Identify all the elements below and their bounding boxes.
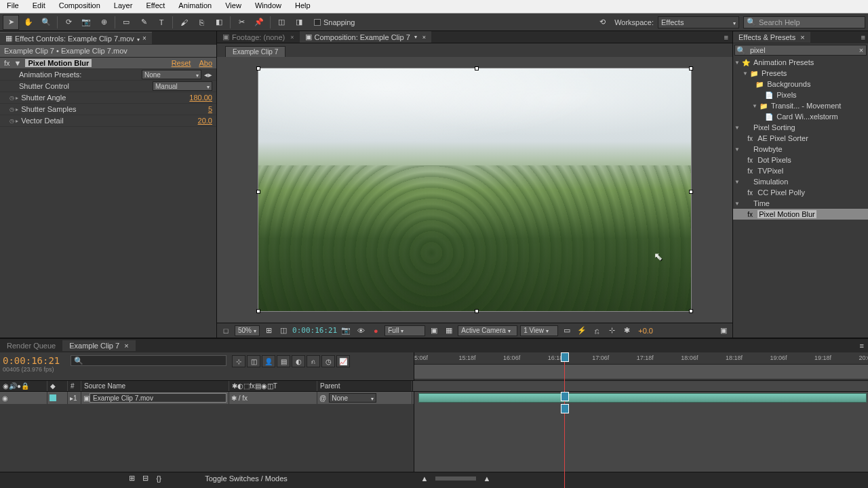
zoom-tool-icon[interactable]: 🔍: [38, 15, 54, 30]
render-queue-tab[interactable]: Render Queue: [0, 340, 62, 351]
close-icon[interactable]: ×: [142, 35, 146, 42]
view-dropdown[interactable]: 1 View: [520, 325, 558, 336]
effects-search-input[interactable]: [747, 46, 856, 54]
handle-mr[interactable]: [689, 190, 693, 194]
handle-bc[interactable]: [475, 309, 479, 313]
pixel-aspect-icon[interactable]: ▭: [561, 325, 573, 336]
stopwatch-icon[interactable]: ◷ ▸: [9, 106, 18, 113]
about-link[interactable]: Abo: [199, 59, 212, 67]
toggle-brackets-icon[interactable]: {}: [153, 474, 164, 483]
hand-tool-icon[interactable]: ✋: [20, 15, 37, 30]
vector-detail-value[interactable]: 20.0: [198, 117, 212, 125]
layer-name[interactable]: Example Clip 7.mov: [90, 393, 226, 403]
layer-row[interactable]: ◉ ▸1 ▣ Example Clip 7.mov ✱ / fx @ None: [0, 392, 868, 404]
stopwatch-icon[interactable]: ◷ ▸: [9, 118, 18, 124]
composition-tab[interactable]: ▣ Composition: Example Clip 7 ×: [300, 31, 432, 43]
composition-canvas[interactable]: ⬉: [258, 68, 692, 312]
video-icon[interactable]: ◉: [3, 382, 9, 390]
handle-ml[interactable]: [256, 190, 260, 194]
footage-tab[interactable]: ▣ Footage: (none) ×: [217, 31, 300, 43]
frame-blend-icon[interactable]: ▤: [277, 355, 290, 367]
shutter-control-dropdown[interactable]: Manual: [153, 81, 212, 91]
rotation-tool-icon[interactable]: ⟳: [60, 15, 77, 30]
menu-composition[interactable]: Composition: [52, 0, 107, 13]
comp-sub-tab[interactable]: Example Clip 7: [225, 46, 285, 57]
toggle-switches-icon[interactable]: ⊞: [126, 474, 137, 483]
handle-tc[interactable]: [475, 66, 479, 70]
switch-icons[interactable]: ✱ / fx: [231, 394, 248, 402]
next-preset-icon[interactable]: ▸: [208, 70, 212, 79]
lock-icon[interactable]: 🔒: [21, 382, 29, 390]
handle-bl[interactable]: [256, 309, 260, 313]
effects-presets-tab[interactable]: Effects & Presets ×: [733, 32, 810, 43]
maximize-icon[interactable]: ▣: [717, 325, 730, 336]
timeline-search[interactable]: 🔍: [71, 355, 226, 366]
auto-keyframe-icon[interactable]: ◷: [321, 355, 335, 367]
tree-item[interactable]: ▼Pixel Sorting: [733, 122, 868, 133]
clip-bar[interactable]: [418, 393, 867, 403]
brush-tool-icon[interactable]: 🖌: [176, 15, 192, 30]
search-help-input[interactable]: 🔍 Search Help: [743, 16, 865, 28]
panel-menu-icon[interactable]: ≡: [861, 33, 868, 41]
label-color[interactable]: [50, 394, 56, 401]
zoom-dropdown[interactable]: 50%: [235, 325, 260, 336]
transparency-icon[interactable]: ▦: [443, 325, 455, 336]
reset-exposure-icon[interactable]: ✱: [620, 325, 633, 336]
comp-mini-flowchart-icon[interactable]: ⊹: [232, 355, 245, 367]
tree-item[interactable]: ▼Rowbyte: [733, 144, 868, 155]
layer-track[interactable]: [414, 392, 868, 404]
tree-item[interactable]: fxDot Pixels: [733, 155, 868, 165]
snapshot-icon[interactable]: 📷: [340, 325, 352, 336]
brainstorm-icon[interactable]: ⎌: [307, 355, 320, 367]
motion-blur-icon[interactable]: ◐: [292, 355, 305, 367]
puppet-tool-icon[interactable]: 📌: [251, 15, 267, 30]
timeline-icon[interactable]: ⎌: [591, 325, 603, 336]
toggle-switches-label[interactable]: Toggle Switches / Modes: [205, 474, 288, 483]
audio-icon[interactable]: 🔊: [9, 382, 17, 390]
tree-item[interactable]: fxPixel Motion Blur: [733, 209, 868, 220]
menu-animation[interactable]: Animation: [172, 0, 218, 13]
effects-search[interactable]: 🔍 ×: [734, 45, 867, 56]
effect-controls-tab[interactable]: ▦ Effect Controls: Example Clip 7.mov ×: [0, 32, 152, 44]
selection-tool-icon[interactable]: ➤: [3, 15, 19, 30]
always-preview-icon[interactable]: □: [220, 325, 232, 336]
menu-help[interactable]: Help: [288, 0, 317, 13]
source-name-col[interactable]: Source Name: [81, 381, 229, 391]
animation-presets-dropdown[interactable]: None: [142, 70, 201, 79]
tree-item[interactable]: ▼Time: [733, 198, 868, 209]
menu-file[interactable]: File: [0, 0, 26, 13]
align2-tool-icon[interactable]: ◨: [291, 15, 307, 30]
zoom-out-icon[interactable]: ▲: [419, 474, 430, 483]
effect-header[interactable]: fx ▼ Pixel Motion Blur Reset Abo: [0, 58, 216, 69]
menu-layer[interactable]: Layer: [107, 0, 140, 13]
panel-menu-icon[interactable]: ≡: [860, 342, 868, 350]
zoom-slider[interactable]: [435, 476, 476, 481]
mask-icon[interactable]: ◫: [277, 325, 290, 336]
handle-tl[interactable]: [256, 66, 260, 70]
expand-icon[interactable]: ▼: [14, 59, 22, 67]
tree-item[interactable]: fxAE Pixel Sorter: [733, 133, 868, 144]
timeline-timecode[interactable]: 0:00:16:21 00405 (23.976 fps): [0, 352, 68, 380]
menu-window[interactable]: Window: [248, 0, 288, 13]
fast-preview-icon[interactable]: ⚡: [576, 325, 588, 336]
handle-br[interactable]: [689, 309, 693, 313]
close-icon[interactable]: ×: [124, 342, 128, 350]
handle-tr[interactable]: [689, 66, 693, 70]
roi-icon[interactable]: ▣: [428, 325, 440, 336]
tree-item[interactable]: ▼📁Transit... - Movement: [733, 100, 868, 111]
resolution-dropdown[interactable]: Full: [384, 325, 425, 336]
close-icon[interactable]: ×: [422, 34, 426, 41]
tree-item[interactable]: ▼📁Presets: [733, 68, 868, 79]
menu-view[interactable]: View: [218, 0, 248, 13]
menu-effect[interactable]: Effect: [139, 0, 172, 13]
channel-icon[interactable]: ●: [370, 325, 382, 336]
camera-dropdown[interactable]: Active Camera: [458, 325, 517, 336]
graph-editor-icon[interactable]: 📈: [336, 355, 350, 367]
tree-item[interactable]: fxTVPixel: [733, 165, 868, 176]
show-snapshot-icon[interactable]: 👁: [355, 325, 367, 336]
panel-menu-icon[interactable]: ≡: [724, 33, 732, 41]
tree-item[interactable]: ▼⭐Animation Presets: [733, 57, 868, 68]
close-icon[interactable]: ×: [290, 34, 294, 41]
roto-tool-icon[interactable]: ✂: [233, 15, 250, 30]
eraser-tool-icon[interactable]: ◧: [211, 15, 227, 30]
